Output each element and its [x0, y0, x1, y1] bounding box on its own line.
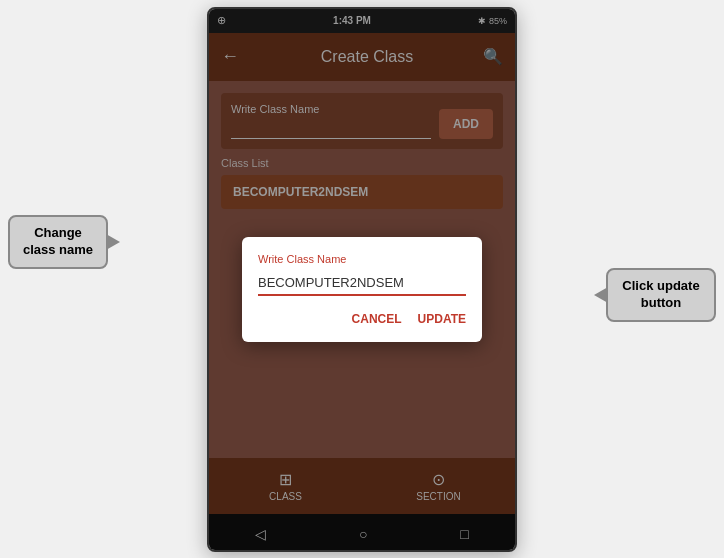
cancel-button[interactable]: CANCEL	[352, 312, 402, 326]
dialog-input[interactable]	[258, 273, 466, 296]
edit-class-dialog: Write Class Name CANCEL UPDATE	[242, 237, 482, 342]
screenshot-wrapper: Change class name Click update button ⊕ …	[0, 0, 724, 558]
dialog-buttons: CANCEL UPDATE	[258, 312, 466, 326]
phone-frame: ⊕ 1:43 PM ✱ 85% ← Create Class 🔍 Write C…	[207, 7, 517, 552]
callout-click-update: Click update button	[606, 268, 716, 322]
callout-change-class: Change class name	[8, 215, 108, 269]
dialog-overlay: Write Class Name CANCEL UPDATE	[209, 9, 515, 550]
dialog-label: Write Class Name	[258, 253, 466, 265]
update-button[interactable]: UPDATE	[418, 312, 466, 326]
